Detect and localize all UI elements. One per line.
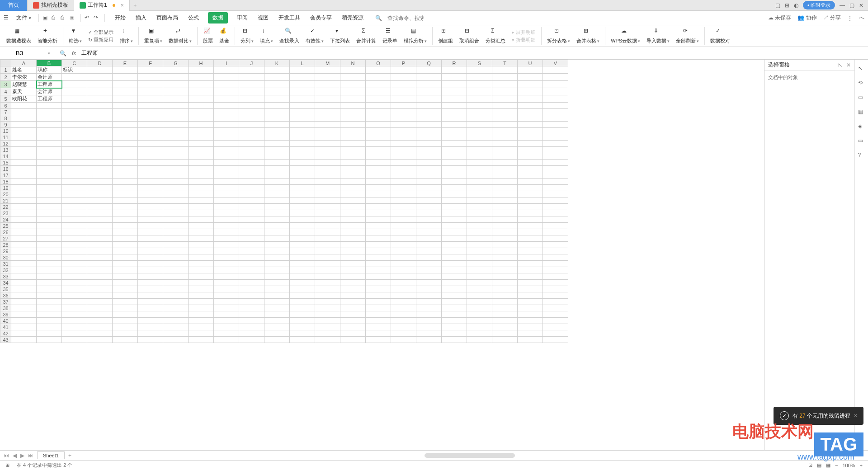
cell-F37[interactable] (138, 299, 163, 305)
cell-H32[interactable] (189, 267, 214, 273)
cell-N11[interactable] (340, 134, 366, 141)
cell-V38[interactable] (543, 305, 568, 311)
col-header-M[interactable]: M (315, 60, 340, 66)
cell-A12[interactable] (11, 141, 37, 147)
cell-L15[interactable] (290, 160, 315, 166)
maximize-icon[interactable]: ▢ (849, 2, 854, 9)
cell-I37[interactable] (214, 299, 239, 305)
row-header-35[interactable]: 35 (0, 286, 11, 292)
cell-I30[interactable] (214, 254, 239, 261)
cell-B33[interactable] (37, 273, 62, 280)
cell-G27[interactable] (163, 235, 189, 242)
cell-E5[interactable] (113, 95, 138, 103)
cell-N2[interactable] (340, 74, 366, 81)
cell-R20[interactable] (442, 191, 467, 197)
cell-A23[interactable] (11, 210, 37, 216)
cell-S24[interactable] (467, 216, 492, 223)
cell-C24[interactable] (62, 216, 87, 223)
cell-T34[interactable] (492, 280, 518, 286)
menu-tab-9[interactable]: 稻壳资源 (341, 12, 364, 24)
row-header-5[interactable]: 5 (0, 95, 11, 103)
cell-Q19[interactable] (416, 185, 442, 191)
cell-D22[interactable] (87, 204, 113, 210)
cell-G15[interactable] (163, 160, 189, 166)
cell-C29[interactable] (62, 248, 87, 254)
login-button[interactable]: • 临时登录 (803, 1, 835, 9)
cell-E3[interactable] (113, 81, 138, 88)
col-header-G[interactable]: G (163, 60, 189, 66)
cell-F42[interactable] (138, 330, 163, 337)
cell-K41[interactable] (264, 324, 290, 330)
cell-B25[interactable] (37, 223, 62, 229)
cell-K19[interactable] (264, 185, 290, 191)
cell-J21[interactable] (239, 197, 264, 204)
cell-B27[interactable] (37, 235, 62, 242)
cell-O37[interactable] (366, 299, 391, 305)
cell-J18[interactable] (239, 179, 264, 185)
cell-K4[interactable] (264, 88, 290, 95)
cell-Q34[interactable] (416, 280, 442, 286)
cell-L5[interactable] (290, 95, 315, 103)
cell-P2[interactable] (391, 74, 416, 81)
cell-O15[interactable] (366, 160, 391, 166)
cell-K42[interactable] (264, 330, 290, 337)
cell-H18[interactable] (189, 179, 214, 185)
cell-A20[interactable] (11, 191, 37, 197)
cell-S4[interactable] (467, 88, 492, 95)
cell-F33[interactable] (138, 273, 163, 280)
cell-O19[interactable] (366, 185, 391, 191)
cell-D28[interactable] (87, 242, 113, 248)
cell-M14[interactable] (315, 153, 340, 160)
cell-N21[interactable] (340, 197, 366, 204)
cell-K7[interactable] (264, 109, 290, 115)
cell-E36[interactable] (113, 292, 138, 299)
cell-F9[interactable] (138, 122, 163, 128)
cell-K30[interactable] (264, 254, 290, 261)
ribbon-分列[interactable]: ⊟分列 (238, 28, 256, 44)
cell-N36[interactable] (340, 292, 366, 299)
cell-S26[interactable] (467, 229, 492, 235)
cell-F32[interactable] (138, 267, 163, 273)
cell-V28[interactable] (543, 242, 568, 248)
row-header-34[interactable]: 34 (0, 280, 11, 286)
cell-N29[interactable] (340, 248, 366, 254)
cell-H39[interactable] (189, 311, 214, 318)
ribbon-记录单[interactable]: ☰记录单 (380, 28, 400, 44)
cell-I41[interactable] (214, 324, 239, 330)
cell-B28[interactable] (37, 242, 62, 248)
cell-A25[interactable] (11, 223, 37, 229)
cell-V33[interactable] (543, 273, 568, 280)
cell-O25[interactable] (366, 223, 391, 229)
cell-J15[interactable] (239, 160, 264, 166)
cell-F28[interactable] (138, 242, 163, 248)
cell-Q38[interactable] (416, 305, 442, 311)
cell-S39[interactable] (467, 311, 492, 318)
cell-J23[interactable] (239, 210, 264, 216)
cell-L34[interactable] (290, 280, 315, 286)
cell-B38[interactable] (37, 305, 62, 311)
row-header-28[interactable]: 28 (0, 242, 11, 248)
cell-M20[interactable] (315, 191, 340, 197)
cell-reference[interactable]: ▾ (0, 50, 54, 56)
cell-O2[interactable] (366, 74, 391, 81)
cell-A16[interactable] (11, 166, 37, 172)
cell-B43[interactable] (37, 337, 62, 343)
cell-D11[interactable] (87, 134, 113, 141)
tab-workbook[interactable]: 工作簿1 × (74, 0, 130, 11)
cell-S42[interactable] (467, 330, 492, 337)
cell-Q43[interactable] (416, 337, 442, 343)
cell-E35[interactable] (113, 286, 138, 292)
cell-K31[interactable] (264, 261, 290, 267)
cell-F14[interactable] (138, 153, 163, 160)
cell-P24[interactable] (391, 216, 416, 223)
cell-K12[interactable] (264, 141, 290, 147)
cell-V40[interactable] (543, 318, 568, 324)
cell-K22[interactable] (264, 204, 290, 210)
cell-B16[interactable] (37, 166, 62, 172)
cell-J20[interactable] (239, 191, 264, 197)
cell-I19[interactable] (214, 185, 239, 191)
cell-K13[interactable] (264, 147, 290, 153)
select-all-corner[interactable] (0, 60, 11, 66)
cell-N41[interactable] (340, 324, 366, 330)
cell-V2[interactable] (543, 74, 568, 81)
